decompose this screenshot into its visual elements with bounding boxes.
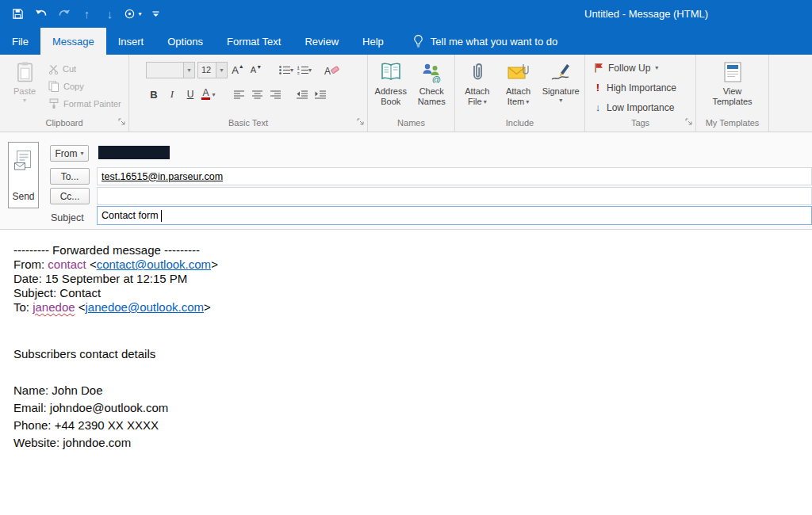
align-center-icon <box>252 90 262 99</box>
lightbulb-icon <box>413 34 423 48</box>
ribbon-group-basic-text: ▼ 12 ▼ A▲ A▼ ▾ ▾ <box>129 55 368 132</box>
subject-field[interactable]: Contact form <box>97 206 812 225</box>
numbering-button[interactable]: ▾ <box>297 62 312 78</box>
chevron-down-icon: ▾ <box>290 67 293 74</box>
font-color-button[interactable]: A ▾ <box>201 86 216 103</box>
format-painter-button[interactable]: Format Painter <box>48 95 121 113</box>
clipboard-group-label: Clipboard <box>0 117 128 132</box>
grow-font-button[interactable]: A▲ <box>230 62 246 78</box>
next-item-button[interactable]: ↓ <box>98 4 121 25</box>
touch-mouse-mode-button[interactable]: ▾ <box>121 4 144 25</box>
cut-icon <box>48 64 59 74</box>
view-templates-button[interactable]: View Templates <box>705 57 760 117</box>
outlook-compose-window: ↑ ↓ ▾ Untitled - Message (HTML) File Mes… <box>0 0 812 515</box>
attach-item-button[interactable]: Attach Item▾ <box>499 57 538 117</box>
tab-file[interactable]: File <box>0 28 40 55</box>
chevron-down-icon: ▾ <box>138 10 141 17</box>
tell-me-box[interactable]: Tell me what you want to do <box>413 28 557 55</box>
ribbon: Paste ▾ Cut Copy Format Painter <box>0 55 812 132</box>
attach-file-label-1: Attach <box>465 86 489 97</box>
basic-text-dialog-launcher[interactable] <box>357 115 365 129</box>
forwarded-date-line: Date: 15 September at 12:15 PM <box>13 272 796 286</box>
ribbon-tab-bar: File Message Insert Options Format Text … <box>0 28 812 55</box>
to-field[interactable]: test.16515@in.parseur.com <box>97 167 812 185</box>
ribbon-group-clipboard: Paste ▾ Cut Copy Format Painter <box>0 55 129 132</box>
bullets-button[interactable]: ▾ <box>278 62 294 78</box>
font-size-combo[interactable]: 12 ▼ <box>197 62 228 78</box>
address-book-label-2: Book <box>381 97 400 107</box>
tab-format-text[interactable]: Format Text <box>215 28 293 55</box>
copy-button[interactable]: Copy <box>48 78 121 95</box>
signature-button[interactable]: Signature ▾ <box>539 57 582 117</box>
angle-open: < <box>86 258 97 271</box>
clear-formatting-button[interactable]: A <box>324 62 339 78</box>
text-cursor <box>161 210 162 222</box>
format-painter-label: Format Painter <box>63 99 121 109</box>
angle-close: > <box>204 300 211 314</box>
attach-file-button[interactable]: Attach File▾ <box>458 57 497 117</box>
send-button[interactable]: Send <box>8 142 39 208</box>
previous-item-button[interactable]: ↑ <box>75 4 98 25</box>
undo-button[interactable] <box>29 4 52 25</box>
angle-close: > <box>211 258 218 271</box>
follow-up-button[interactable]: Follow Up ▾ <box>588 58 693 78</box>
titlebar: ↑ ↓ ▾ Untitled - Message (HTML) <box>0 0 812 28</box>
save-button[interactable] <box>6 4 29 25</box>
tab-options[interactable]: Options <box>155 28 215 55</box>
to-button[interactable]: To... <box>50 168 90 185</box>
view-templates-label-2: Templates <box>712 97 752 107</box>
names-group-label: Names <box>368 117 454 132</box>
decrease-indent-button[interactable] <box>294 86 310 103</box>
tags-dialog-launcher[interactable] <box>685 115 693 129</box>
underline-button[interactable]: U <box>182 86 198 103</box>
high-importance-icon: ! <box>594 82 602 93</box>
svg-text:@: @ <box>432 74 441 83</box>
cut-button[interactable]: Cut <box>48 60 121 78</box>
chevron-down-icon: ▾ <box>655 64 658 71</box>
clipboard-dialog-launcher[interactable] <box>118 115 126 129</box>
align-center-button[interactable] <box>249 86 265 103</box>
chevron-down-icon: ▼ <box>183 63 194 78</box>
detail-email: Email: johndoe@outlook.com <box>13 399 796 417</box>
message-body-editor[interactable]: --------- Forwarded message --------- Fr… <box>0 231 812 515</box>
tab-review[interactable]: Review <box>293 28 350 55</box>
bold-button[interactable]: B <box>146 86 162 103</box>
cc-field[interactable] <box>97 187 812 205</box>
high-importance-label: High Importance <box>607 82 676 93</box>
italic-button[interactable]: I <box>164 86 180 103</box>
paste-button[interactable]: Paste ▾ <box>6 57 44 117</box>
tell-me-label: Tell me what you want to do <box>431 36 557 48</box>
increase-indent-button[interactable] <box>312 86 328 103</box>
subject-label: Subject <box>51 212 84 223</box>
redo-button[interactable] <box>52 4 75 25</box>
high-importance-button[interactable]: ! High Importance <box>588 78 693 97</box>
shrink-font-button[interactable]: A▼ <box>248 62 264 78</box>
tab-help[interactable]: Help <box>350 28 396 55</box>
low-importance-button[interactable]: ↓ Low Importance <box>588 97 693 117</box>
from-button[interactable]: From ▾ <box>50 145 89 162</box>
undo-icon <box>35 9 48 19</box>
cc-button[interactable]: Cc... <box>50 188 90 204</box>
to-label: To... <box>61 171 79 182</box>
send-icon <box>13 150 34 171</box>
forwarded-to-line: To: janedoe <janedoe@outlook.com> <box>13 300 796 315</box>
format-painter-icon <box>48 98 59 109</box>
signature-label: Signature <box>542 86 580 97</box>
customize-quick-access-button[interactable] <box>144 4 167 25</box>
font-name-combo[interactable]: ▼ <box>146 62 195 78</box>
to-email-link[interactable]: janedoe@outlook.com <box>86 300 205 314</box>
check-names-button[interactable]: @ Check Names <box>412 57 453 117</box>
align-right-button[interactable] <box>267 86 283 103</box>
to-recipient[interactable]: test.16515@in.parseur.com <box>102 171 223 182</box>
attach-item-label-1: Attach <box>506 86 530 97</box>
from-email-link[interactable]: contact@outlook.com <box>97 258 211 271</box>
tags-group-label: Tags <box>585 117 695 132</box>
tab-insert[interactable]: Insert <box>106 28 156 55</box>
my-templates-group-label: My Templates <box>696 117 768 132</box>
address-book-button[interactable]: Address Book <box>370 57 412 117</box>
intro-line: Subscribers contact details <box>13 346 796 362</box>
align-left-button[interactable] <box>231 86 247 103</box>
tab-message[interactable]: Message <box>40 28 106 55</box>
align-right-icon <box>270 90 281 99</box>
from-label: From <box>55 148 77 159</box>
